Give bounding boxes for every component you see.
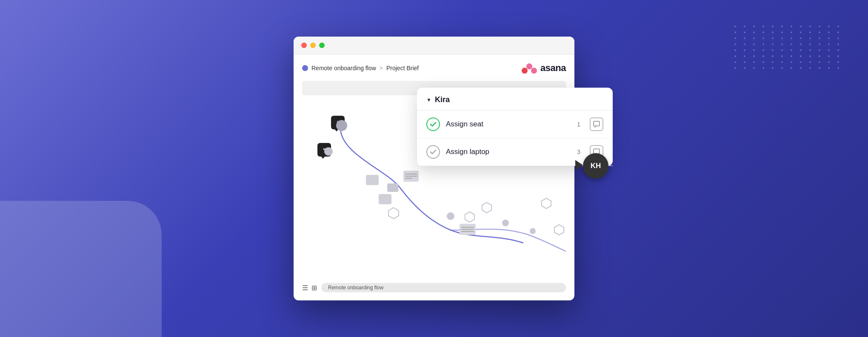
task-assign-laptop-count: 3 bbox=[577, 149, 580, 155]
svg-marker-4 bbox=[465, 212, 474, 222]
list-view-icon[interactable]: ☰ bbox=[302, 284, 308, 292]
flow-node-sm-1 bbox=[447, 212, 454, 220]
popup-header: ▼ Kira bbox=[417, 88, 613, 111]
checkmark-gray-icon bbox=[429, 148, 437, 156]
bottom-breadcrumb-pill: Remote onboarding flow bbox=[321, 283, 566, 292]
breadcrumb-page: Project Brief bbox=[386, 65, 419, 71]
grid-view-icon[interactable]: ⊞ bbox=[311, 284, 317, 292]
bg-dots-pattern bbox=[734, 26, 842, 69]
task-assign-seat-count: 1 bbox=[577, 121, 580, 128]
svg-rect-8 bbox=[594, 121, 600, 126]
task-assign-seat-label: Assign seat bbox=[446, 120, 571, 129]
flow-node-circle-lg bbox=[336, 120, 347, 131]
flow-node-list bbox=[403, 171, 419, 182]
check-icon-gray[interactable] bbox=[426, 145, 440, 159]
play-arrow-decoration bbox=[575, 160, 583, 170]
asana-dots bbox=[522, 62, 537, 74]
comment-icon bbox=[593, 121, 600, 128]
breadcrumb-project: Remote onboarding flow bbox=[311, 65, 376, 71]
svg-marker-7 bbox=[554, 225, 564, 235]
breadcrumb-separator: > bbox=[380, 65, 383, 71]
breadcrumb-dot bbox=[302, 65, 308, 71]
flow-node-rect-1 bbox=[366, 175, 379, 185]
popup-card: ▼ Kira Assign seat 1 bbox=[417, 88, 613, 166]
flow-node-hex-4 bbox=[540, 197, 552, 209]
bg-left-decoration bbox=[0, 201, 162, 337]
flow-node-hex-3 bbox=[481, 202, 493, 214]
asana-logo: asana bbox=[522, 62, 566, 74]
flow-node-list-2 bbox=[460, 224, 476, 235]
svg-point-2 bbox=[531, 68, 537, 74]
task-assign-seat-comment-btn[interactable] bbox=[590, 117, 603, 131]
kh-avatar: KH bbox=[583, 153, 608, 179]
popup-header-arrow: ▼ bbox=[426, 97, 431, 103]
svg-marker-3 bbox=[388, 208, 399, 219]
task-assign-laptop-label: Assign laptop bbox=[446, 148, 571, 156]
browser-window: Remote onboarding flow > Project Brief a… bbox=[294, 37, 574, 300]
svg-marker-5 bbox=[482, 203, 491, 213]
bottom-toolbar: ☰ ⊞ Remote onboarding flow bbox=[302, 283, 566, 292]
flow-node-hex-1 bbox=[387, 207, 400, 220]
traffic-light-yellow[interactable] bbox=[310, 43, 316, 48]
breadcrumb: Remote onboarding flow > Project Brief bbox=[302, 65, 419, 71]
svg-point-0 bbox=[526, 63, 532, 69]
browser-titlebar bbox=[294, 37, 574, 54]
checkmark-green-icon bbox=[429, 120, 437, 128]
check-icon-green[interactable] bbox=[426, 117, 440, 131]
svg-point-1 bbox=[522, 68, 528, 74]
flow-node-sm-2 bbox=[502, 220, 509, 226]
flow-node-rect-2 bbox=[379, 194, 391, 204]
asana-wordmark: asana bbox=[540, 63, 566, 74]
app-topbar: Remote onboarding flow > Project Brief a… bbox=[302, 62, 566, 74]
flow-node-hex-2 bbox=[464, 211, 476, 223]
svg-marker-6 bbox=[542, 198, 551, 208]
flow-node-rect-3 bbox=[387, 183, 398, 192]
popup-task-row-1[interactable]: Assign seat 1 bbox=[417, 111, 613, 138]
popup-header-title: Kira bbox=[435, 95, 450, 104]
traffic-light-green[interactable] bbox=[319, 43, 325, 48]
asana-icon bbox=[522, 62, 537, 74]
flow-node-hex-5 bbox=[553, 224, 565, 236]
toolbar-icons: ☰ ⊞ bbox=[302, 284, 317, 292]
flow-node-sm-3 bbox=[530, 228, 536, 234]
flow-node-circle-md-1 bbox=[324, 147, 333, 156]
traffic-light-red[interactable] bbox=[301, 43, 307, 48]
